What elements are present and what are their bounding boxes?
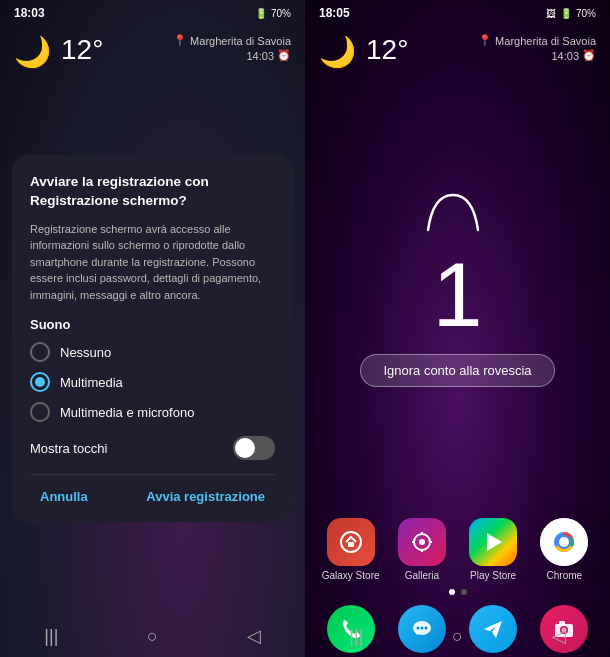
- arc-svg: [418, 190, 488, 235]
- dialog-buttons: Annulla Avvia registrazione: [30, 474, 275, 508]
- radio-nessuno-circle: [30, 342, 50, 362]
- right-battery-percent: 70%: [576, 8, 596, 19]
- touch-toggle[interactable]: [233, 436, 275, 460]
- chrome-label: Chrome: [547, 570, 583, 581]
- svg-point-3: [419, 539, 425, 545]
- right-recent-apps-icon[interactable]: |||: [349, 626, 363, 647]
- countdown-arc: [418, 190, 498, 240]
- battery-percent: 70%: [271, 8, 291, 19]
- right-weather-time: 14:03 ⏰: [478, 49, 596, 62]
- left-nav-bar: ||| ○ ◁: [0, 617, 305, 657]
- alarm-icon: ⏰: [277, 49, 291, 62]
- right-location-icon: 📍: [478, 34, 492, 47]
- radio-multimedia-mic[interactable]: Multimedia e microfono: [30, 402, 275, 422]
- right-status-time: 18:05: [319, 6, 350, 20]
- play-store-icon: [469, 518, 517, 566]
- app-play-store[interactable]: Play Store: [463, 518, 523, 581]
- left-status-time: 18:03: [14, 6, 45, 20]
- sound-label: Suono: [30, 317, 275, 332]
- left-weather-temp: 12°: [61, 34, 103, 66]
- galleria-label: Galleria: [405, 570, 439, 581]
- left-weather-location-area: 📍 Margherita di Savoia 14:03 ⏰: [173, 34, 291, 62]
- right-weather-temp: 12°: [366, 34, 408, 66]
- radio-multimedia-label: Multimedia: [60, 375, 123, 390]
- countdown-number: 1: [432, 250, 482, 340]
- cancel-button[interactable]: Annulla: [30, 485, 98, 508]
- app-galleria[interactable]: Galleria: [392, 518, 452, 581]
- svg-rect-1: [348, 542, 354, 547]
- app-grid-row1: Galaxy Store Galleria: [305, 512, 610, 585]
- left-weather-time: 14:03 ⏰: [173, 49, 291, 62]
- right-home-icon[interactable]: ○: [452, 626, 463, 647]
- screen-record-dialog: Avviare la registrazione con Registrazio…: [12, 155, 293, 522]
- left-screen: 18:03 🔋 70% 🌙 12° 📍 Margherita di Savoia…: [0, 0, 305, 657]
- start-recording-button[interactable]: Avvia registrazione: [136, 485, 275, 508]
- dialog-title: Avviare la registrazione con Registrazio…: [30, 173, 275, 211]
- touch-toggle-row: Mostra tocchi: [30, 436, 275, 460]
- right-weather-icon: 🌙: [319, 34, 356, 69]
- galleria-icon: [398, 518, 446, 566]
- image-status-icon: 🖼: [546, 8, 556, 19]
- right-weather-location-area: 📍 Margherita di Savoia 14:03 ⏰: [478, 34, 596, 62]
- svg-point-12: [559, 537, 569, 547]
- right-screen: 18:05 🖼 🔋 70% 🌙 12° 📍 Margherita di Savo…: [305, 0, 610, 657]
- galaxy-store-icon: [327, 518, 375, 566]
- right-nav-bar: ||| ○ ◁: [305, 617, 610, 657]
- galaxy-store-label: Galaxy Store: [322, 570, 380, 581]
- right-back-icon[interactable]: ◁: [552, 625, 566, 647]
- play-store-label: Play Store: [470, 570, 516, 581]
- radio-multimedia-mic-label: Multimedia e microfono: [60, 405, 194, 420]
- back-icon[interactable]: ◁: [247, 625, 261, 647]
- radio-nessuno-label: Nessuno: [60, 345, 111, 360]
- toggle-label: Mostra tocchi: [30, 441, 107, 456]
- right-battery-icon: 🔋: [560, 8, 572, 19]
- dialog-description: Registrazione schermo avrà accesso alle …: [30, 221, 275, 304]
- dot-2: [461, 589, 467, 595]
- left-status-icons: 🔋 70%: [255, 8, 291, 19]
- left-weather: 🌙 12° 📍 Margherita di Savoia 14:03 ⏰: [0, 24, 305, 75]
- chrome-icon: [540, 518, 588, 566]
- recent-apps-icon[interactable]: |||: [44, 626, 58, 647]
- location-icon: 📍: [173, 34, 187, 47]
- home-icon[interactable]: ○: [147, 626, 158, 647]
- right-status-bar: 18:05 🖼 🔋 70%: [305, 0, 610, 24]
- radio-multimedia[interactable]: Multimedia: [30, 372, 275, 392]
- right-alarm-icon: ⏰: [582, 49, 596, 62]
- page-dots: [305, 585, 610, 599]
- sound-options: Nessuno Multimedia Multimedia e microfon…: [30, 342, 275, 422]
- left-weather-location: 📍 Margherita di Savoia: [173, 34, 291, 47]
- dot-1: [449, 589, 455, 595]
- ignore-button[interactable]: Ignora conto alla rovescia: [360, 354, 554, 387]
- radio-nessuno[interactable]: Nessuno: [30, 342, 275, 362]
- left-status-bar: 18:03 🔋 70%: [0, 0, 305, 24]
- app-galaxy-store[interactable]: Galaxy Store: [321, 518, 381, 581]
- battery-icon: 🔋: [255, 8, 267, 19]
- toggle-thumb: [235, 438, 255, 458]
- svg-marker-8: [487, 533, 502, 551]
- countdown-area: 1 Ignora conto alla rovescia: [305, 75, 610, 512]
- right-status-icons: 🖼 🔋 70%: [546, 8, 596, 19]
- radio-multimedia-mic-circle: [30, 402, 50, 422]
- left-weather-icon: 🌙: [14, 34, 51, 69]
- right-weather-location: 📍 Margherita di Savoia: [478, 34, 596, 47]
- app-chrome[interactable]: Chrome: [534, 518, 594, 581]
- radio-multimedia-circle: [30, 372, 50, 392]
- right-weather: 🌙 12° 📍 Margherita di Savoia 14:03 ⏰: [305, 24, 610, 75]
